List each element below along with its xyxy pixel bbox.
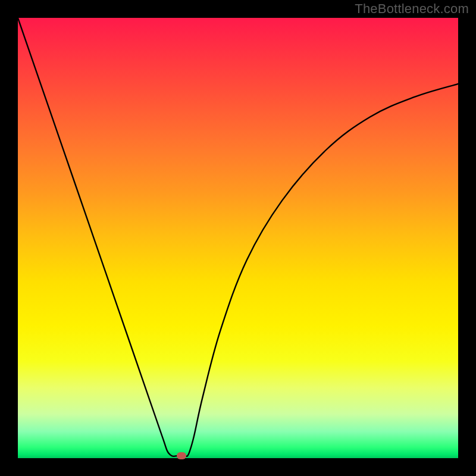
curve-svg [18, 18, 458, 458]
plot-area [18, 18, 458, 458]
chart-stage: TheBottleneck.com [0, 0, 476, 476]
bottleneck-curve [18, 18, 458, 456]
watermark-text: TheBottleneck.com [355, 1, 469, 17]
optimal-marker [177, 452, 186, 459]
